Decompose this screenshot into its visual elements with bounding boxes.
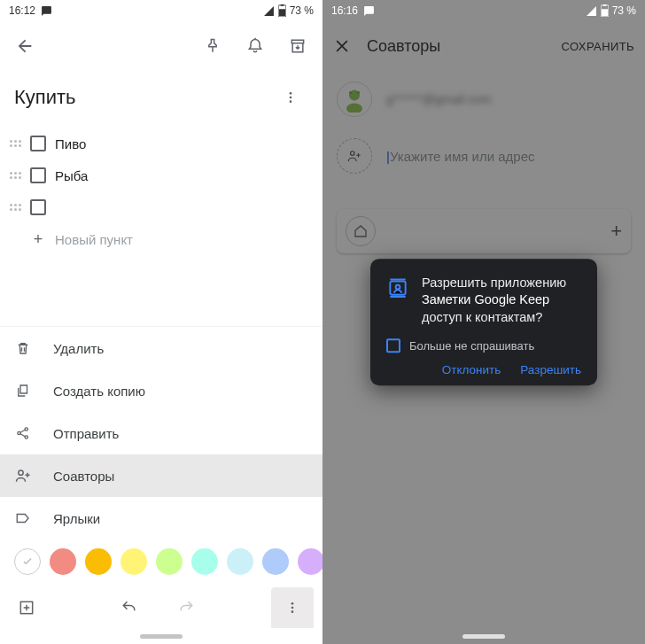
checklist-item[interactable]: Рыба xyxy=(9,159,312,191)
svg-point-7 xyxy=(25,428,27,431)
checklist-item[interactable] xyxy=(9,191,312,223)
person-add-icon xyxy=(14,467,32,485)
note-toolbar xyxy=(0,21,322,71)
trash-icon xyxy=(14,340,32,356)
plus-icon: + xyxy=(610,220,622,243)
pin-button[interactable] xyxy=(195,28,230,64)
background-card: + xyxy=(337,209,631,253)
allow-button[interactable]: Разрешить xyxy=(520,363,581,376)
undo-button[interactable] xyxy=(112,590,147,625)
collaborators-screen: 16:16 73 % Соавторы СОХРАНИТЬ xyxy=(322,0,645,644)
svg-rect-15 xyxy=(602,9,608,16)
menu-label: Удалить xyxy=(53,341,104,356)
menu-copy[interactable]: Создать копию xyxy=(0,369,322,412)
svg-point-23 xyxy=(396,284,400,289)
status-bar: 16:16 73 % xyxy=(322,0,645,21)
dont-ask-row[interactable]: Больше не спрашивать xyxy=(386,338,581,353)
menu-labels[interactable]: Ярлыки xyxy=(0,497,322,539)
drag-handle-icon[interactable] xyxy=(9,204,21,211)
color-picker-row xyxy=(0,539,322,587)
menu-label: Ярлыки xyxy=(53,511,100,526)
reminder-button[interactable] xyxy=(237,28,273,64)
nav-bar xyxy=(0,628,322,644)
share-icon xyxy=(14,425,32,441)
menu-label: Создать копию xyxy=(53,384,145,399)
svg-point-8 xyxy=(25,436,27,438)
color-swatch[interactable] xyxy=(85,548,112,575)
save-button[interactable]: СОХРАНИТЬ xyxy=(561,40,634,53)
collaborators-content: Соавторы СОХРАНИТЬ g******@gmail.com |Ук… xyxy=(322,21,645,253)
menu-collaborators[interactable]: Соавторы xyxy=(0,454,322,497)
checklist-item-label[interactable]: Рыба xyxy=(55,168,88,183)
back-button[interactable] xyxy=(7,28,43,64)
nav-bar xyxy=(322,628,645,644)
drag-handle-icon[interactable] xyxy=(9,140,21,147)
notification-icon xyxy=(41,5,52,17)
nav-pill[interactable] xyxy=(140,634,183,639)
note-title[interactable]: Купить xyxy=(14,86,76,109)
collab-title: Соавторы xyxy=(367,37,545,56)
checkbox[interactable] xyxy=(30,199,46,215)
checklist-item-label[interactable]: Пиво xyxy=(55,136,86,151)
more-options-button[interactable] xyxy=(271,587,314,628)
svg-point-20 xyxy=(357,91,360,94)
svg-point-3 xyxy=(290,92,292,95)
owner-row: g******@gmail.com xyxy=(322,71,645,128)
bottom-toolbar xyxy=(0,587,322,628)
svg-point-11 xyxy=(291,602,294,605)
redo-button[interactable] xyxy=(168,590,204,625)
svg-point-19 xyxy=(349,91,352,94)
menu-delete[interactable]: Удалить xyxy=(0,327,322,369)
person-add-icon xyxy=(337,138,372,174)
svg-rect-1 xyxy=(279,9,285,16)
note-title-row: Купить xyxy=(0,71,322,128)
status-battery: 73 % xyxy=(290,4,314,17)
checkbox[interactable] xyxy=(386,338,400,353)
collaborator-input[interactable]: |Укажите имя или адрес xyxy=(386,149,535,164)
owner-email: g******@gmail.com xyxy=(386,92,491,106)
svg-point-18 xyxy=(346,104,362,113)
menu-label: Соавторы xyxy=(53,469,114,484)
add-collaborator-row[interactable]: |Укажите имя или адрес xyxy=(322,128,645,184)
new-item-row[interactable]: + Новый пункт xyxy=(9,223,312,255)
svg-point-4 xyxy=(290,97,292,99)
add-box-button[interactable] xyxy=(9,590,44,625)
note-more-button[interactable] xyxy=(273,80,308,115)
color-swatch[interactable] xyxy=(191,548,218,575)
svg-point-9 xyxy=(19,470,23,475)
close-button[interactable] xyxy=(333,28,351,64)
deny-button[interactable]: Отклонить xyxy=(442,363,501,376)
checkbox[interactable] xyxy=(30,167,46,183)
plus-icon: + xyxy=(30,230,46,249)
svg-rect-16 xyxy=(602,4,606,6)
color-swatch[interactable] xyxy=(156,548,183,575)
copy-icon xyxy=(14,383,32,399)
menu-send[interactable]: Отправить xyxy=(0,412,322,454)
notification-icon xyxy=(363,5,375,17)
nav-pill[interactable] xyxy=(462,634,505,639)
permission-dialog: Разрешить приложению Заметки Google Keep… xyxy=(370,259,597,386)
color-swatch[interactable] xyxy=(50,548,76,575)
dialog-message: Разрешить приложению Заметки Google Keep… xyxy=(422,275,581,327)
svg-point-21 xyxy=(351,151,355,156)
archive-button[interactable] xyxy=(280,28,315,64)
checklist: Пиво Рыба + Новый пункт xyxy=(0,128,322,255)
color-swatch[interactable] xyxy=(298,548,322,575)
svg-point-5 xyxy=(290,100,292,103)
status-battery: 73 % xyxy=(612,4,636,17)
new-item-placeholder: Новый пункт xyxy=(55,232,133,247)
color-swatch[interactable] xyxy=(227,548,253,575)
status-bar: 16:12 73 % xyxy=(0,0,322,21)
drag-handle-icon[interactable] xyxy=(9,172,21,179)
checklist-item[interactable]: Пиво xyxy=(9,128,312,159)
color-swatch[interactable] xyxy=(262,548,289,575)
keep-note-screen: 16:12 73 % xyxy=(0,0,322,644)
owner-avatar xyxy=(337,81,372,117)
contacts-icon xyxy=(386,276,409,327)
collab-toolbar: Соавторы СОХРАНИТЬ xyxy=(322,21,645,71)
dont-ask-label: Больше не спрашивать xyxy=(409,339,534,353)
status-time: 16:16 xyxy=(331,4,358,17)
checkbox[interactable] xyxy=(30,136,46,151)
color-swatch-white[interactable] xyxy=(14,548,41,575)
color-swatch[interactable] xyxy=(120,548,147,575)
